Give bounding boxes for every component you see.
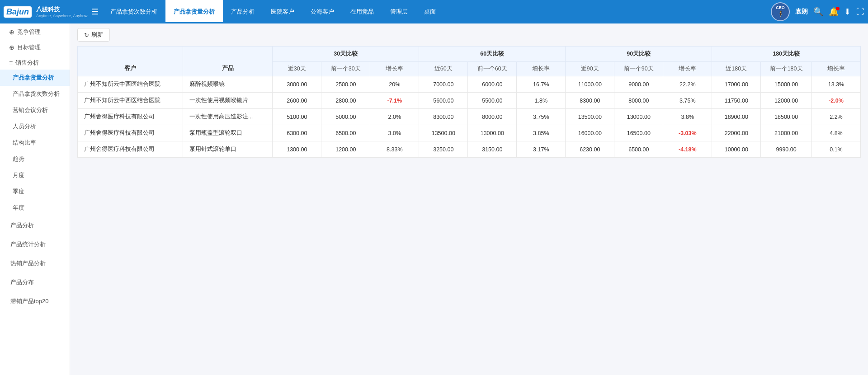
cell-g60: 1.8% xyxy=(517,93,566,109)
table-row: 广州舍得医疗科技有限公司泵用针式滚轮单口1300.001200.008.33%3… xyxy=(78,141,861,158)
notification-icon[interactable]: 🔔 xyxy=(829,7,839,17)
cell-p90: 13000.00 xyxy=(614,109,663,125)
col-header-customer: 客户 xyxy=(78,47,183,76)
col-subheader-g30: 增长率 xyxy=(370,62,419,76)
sidebar-item-marketing-conference[interactable]: 营销会议分析 xyxy=(0,102,70,118)
sidebar-item-personnel-analysis[interactable]: 人员分析 xyxy=(0,118,70,135)
content-area: ↻ 刷新 客户产品30天比较60天比较90天比较180天比较近30天前一个30天… xyxy=(70,23,868,375)
cell-p60: 3150.00 xyxy=(468,141,517,158)
sidebar-item-滞销产品top20[interactable]: 滞销产品top20 xyxy=(0,292,70,311)
sidebar-item-monthly[interactable]: 月度 xyxy=(0,167,70,183)
cell-d60: 7000.00 xyxy=(419,76,468,93)
sidebar-item-trend[interactable]: 趋势 xyxy=(0,151,70,167)
cell-p90: 8000.00 xyxy=(614,93,663,109)
cell-d30: 6300.00 xyxy=(273,125,321,141)
sidebar-item-yearly[interactable]: 年度 xyxy=(0,200,70,216)
sidebar-group-竞争管理[interactable]: ⊕竞争管理 xyxy=(0,23,70,39)
cell-customer: 广州舍得医疗科技有限公司 xyxy=(78,141,183,158)
group-icon: ⊕ xyxy=(9,44,14,51)
cell-product: 泵用针式滚轮单口 xyxy=(183,141,273,158)
cell-d30: 1300.00 xyxy=(273,141,321,158)
cell-g180: 2.2% xyxy=(811,109,860,125)
cell-p60: 6000.00 xyxy=(468,76,517,93)
sidebar-item-quarterly[interactable]: 季度 xyxy=(0,183,70,200)
cell-d60: 13500.00 xyxy=(419,125,468,141)
cell-customer: 广州舍得医疗科技有限公司 xyxy=(78,109,183,125)
fullscreen-icon[interactable]: ⛶ xyxy=(856,7,864,17)
cell-g180: -2.0% xyxy=(811,93,860,109)
cell-d90: 11000.00 xyxy=(566,76,614,93)
sidebar-item-产品统计分析[interactable]: 产品统计分析 xyxy=(0,235,70,254)
cell-g30: 3.0% xyxy=(370,125,419,141)
logo-cn: 八骏科技 xyxy=(36,5,88,14)
nav-item-product-grab-count[interactable]: 产品拿货次数分析 xyxy=(102,0,165,23)
col-subheader-p60: 近60天 xyxy=(419,62,468,76)
cell-p60: 8000.00 xyxy=(468,109,517,125)
logo-text: Bajun xyxy=(6,7,29,17)
nav-right: CEO 🕴 袁朗 🔍 🔔 ⬇ ⛶ xyxy=(771,2,864,21)
col-subheader-pp30: 前一个30天 xyxy=(321,62,370,76)
nav-item-desktop[interactable]: 桌面 xyxy=(416,0,444,23)
cell-g180: 13.3% xyxy=(811,76,860,93)
cell-g180: 4.8% xyxy=(811,125,860,141)
nav-item-product-analysis[interactable]: 产品分析 xyxy=(223,0,263,23)
cell-p180: 9990.00 xyxy=(761,141,812,158)
cell-p30: 2800.00 xyxy=(321,93,370,109)
sidebar-group-目标管理[interactable]: ⊕目标管理 xyxy=(0,39,70,54)
cell-d60: 8300.00 xyxy=(419,109,468,125)
hamburger-icon[interactable]: ☰ xyxy=(91,7,99,17)
nav-item-management[interactable]: 管理层 xyxy=(382,0,416,23)
table-row: 广州舍得医疗科技有限公司泵用瓶盖型滚轮双口6300.006500.003.0%1… xyxy=(78,125,861,141)
cell-g60: 16.7% xyxy=(517,76,566,93)
sidebar-item-热销产品分析[interactable]: 热销产品分析 xyxy=(0,254,70,273)
table-row: 广州舍得医疗科技有限公司一次性使用高压造影注...5100.005000.002… xyxy=(78,109,861,125)
nav-item-hospital-customer[interactable]: 医院客户 xyxy=(263,0,302,23)
user-name: 袁朗 xyxy=(795,8,808,16)
cell-g60: 3.75% xyxy=(517,109,566,125)
sidebar-item-产品分布[interactable]: 产品分布 xyxy=(0,273,70,292)
col-group-60天比较: 60天比较 xyxy=(419,47,566,62)
cell-d90: 13500.00 xyxy=(566,109,614,125)
sidebar-item-产品分析[interactable]: 产品分析 xyxy=(0,216,70,235)
download-icon[interactable]: ⬇ xyxy=(844,7,851,17)
col-subheader-p30: 近30天 xyxy=(273,62,321,76)
col-subheader-pp180: 前一个180天 xyxy=(761,62,812,76)
toolbar: ↻ 刷新 xyxy=(70,23,868,46)
col-subheader-p180: 近180天 xyxy=(712,62,761,76)
cell-g90: 3.75% xyxy=(663,93,712,109)
data-table: 客户产品30天比较60天比较90天比较180天比较近30天前一个30天增长率近6… xyxy=(77,46,861,158)
cell-d30: 2600.00 xyxy=(273,93,321,109)
col-subheader-pp60: 前一个60天 xyxy=(468,62,517,76)
group-icon: ≡ xyxy=(9,59,13,66)
cell-customer: 广州不知所云中西医结合医院 xyxy=(78,76,183,93)
cell-p90: 6500.00 xyxy=(614,141,663,158)
sidebar-group-销售分析[interactable]: ≡销售分析 xyxy=(0,54,70,70)
cell-d90: 8300.00 xyxy=(566,93,614,109)
cell-g60: 3.85% xyxy=(517,125,566,141)
nav-item-open-sea-customer[interactable]: 公海客户 xyxy=(302,0,342,23)
cell-p180: 12000.00 xyxy=(761,93,812,109)
cell-p30: 6500.00 xyxy=(321,125,370,141)
search-icon[interactable]: 🔍 xyxy=(813,7,823,17)
cell-g90: -3.03% xyxy=(663,125,712,141)
cell-p90: 16500.00 xyxy=(614,125,663,141)
user-avatar[interactable]: CEO 🕴 xyxy=(771,2,790,21)
avatar-icon: 🕴 xyxy=(777,10,784,18)
cell-g30: -7.1% xyxy=(370,93,419,109)
refresh-button[interactable]: ↻ 刷新 xyxy=(77,28,110,42)
nav-item-in-use-product[interactable]: 在用竞品 xyxy=(342,0,382,23)
cell-customer: 广州不知所云中西医结合医院 xyxy=(78,93,183,109)
sidebar-item-product-grab-amount-analysis[interactable]: 产品拿货量分析 xyxy=(0,70,70,86)
cell-d90: 6230.00 xyxy=(566,141,614,158)
cell-g60: 3.17% xyxy=(517,141,566,158)
group-label: 销售分析 xyxy=(15,59,39,67)
cell-g90: 3.8% xyxy=(663,109,712,125)
table-container[interactable]: 客户产品30天比较60天比较90天比较180天比较近30天前一个30天增长率近6… xyxy=(70,46,868,375)
col-group-180天比较: 180天比较 xyxy=(712,47,861,62)
sidebar-item-structure-ratio[interactable]: 结构比率 xyxy=(0,135,70,151)
group-icon: ⊕ xyxy=(9,28,14,36)
sidebar-item-product-grab-count-analysis[interactable]: 产品拿货次数分析 xyxy=(0,86,70,102)
cell-d30: 5100.00 xyxy=(273,109,321,125)
nav-item-product-grab-amount[interactable]: 产品拿货量分析 xyxy=(165,0,223,23)
group-label: 目标管理 xyxy=(17,43,41,52)
